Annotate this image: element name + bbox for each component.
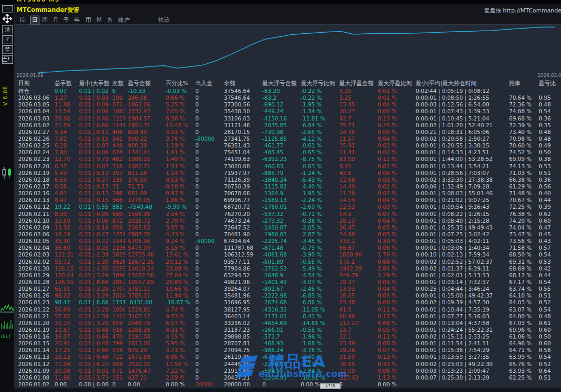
table-row[interactable]: 2026.01.2157.650.01 | 2.3914123167.129.5… — [16, 313, 561, 320]
column-header[interactable]: 盈亏金额 — [125, 79, 163, 88]
table-row[interactable]: 2026.02.275.340.01 | 0.11406828.403.03 %… — [16, 129, 561, 136]
column-header[interactable]: 百分比% — [163, 79, 193, 88]
clear-tool-icon[interactable]: 清 — [2, 25, 13, 34]
table-cell: -584.65 — [260, 368, 298, 374]
table-cell: 0.01 % — [375, 88, 413, 94]
candlestick-chart-icon[interactable] — [1, 167, 14, 179]
table-cell: 0 — [193, 170, 221, 177]
menu-item-4[interactable]: 月 — [52, 16, 59, 24]
mini-bars-icon[interactable] — [1, 332, 13, 339]
table-cell: 72.36 % — [506, 101, 536, 108]
minimize-button[interactable]: − — [2, 5, 13, 12]
table-row[interactable]: 2026.02.03122.310.01 | 2.39381912735.481… — [16, 251, 561, 258]
table-row[interactable]: 2026.02.170.580.01 | 0.133171.730.10 %07… — [16, 183, 561, 190]
menu-item-11[interactable]: 轨迹 — [158, 16, 170, 24]
table-row[interactable]: 持仓0.070.01 | 0.026-10.33-0.03 %037546.64… — [16, 88, 561, 94]
table-row[interactable]: 2026.02.2312.700.01 | 0.794821088.951.49… — [16, 156, 561, 163]
table-row[interactable]: 2026.01.1520.910.01 | 0.487991613.065.95… — [16, 340, 561, 347]
table-row[interactable]: 2026.01.2398.420.01 | 8.661151-6431.00-1… — [16, 299, 561, 306]
column-header[interactable]: 胜率 — [506, 79, 536, 88]
table-row[interactable]: 2026.01.29120.040.01 | 3.29309613472.562… — [16, 272, 561, 279]
column-header[interactable]: 最小|大手数 — [76, 79, 110, 88]
table-row[interactable]: 2026.02.118.300.01 | 0.056901596.962.14 … — [16, 211, 561, 218]
table-row[interactable]: 2026.03.061.270.01 | 0.03109246.080.66 %… — [16, 94, 561, 101]
table-row[interactable]: 2026.02.256.280.01 | 0.07449900.391.19 %… — [16, 142, 561, 149]
table-row[interactable]: 2026.01.020.000.00 | 0.0000.000.00 %2000… — [16, 381, 561, 388]
table-row[interactable]: 2026.02.138.470.01 | 0.155661276.051.86 … — [16, 197, 561, 204]
table-row[interactable]: 2026.02.247.800.01 | 0.066281341.411.81 … — [16, 149, 561, 156]
menu-item-6[interactable]: 年 — [74, 16, 81, 24]
table-cell: 11.88 — [52, 101, 76, 108]
table-row[interactable]: 2026.03.0511.880.01 | 0.098721862.065.25… — [16, 101, 561, 108]
table-cell: 57.65 — [52, 313, 76, 320]
menu-item-9[interactable]: 备 — [107, 16, 113, 24]
table-row[interactable]: 2026.01.1323.130.01 | 0.487221673.586.85… — [16, 354, 561, 360]
table-row[interactable]: 2026.01.2256.690.01 | 3.2910561724.814.7… — [16, 306, 561, 313]
table-cell: 799 — [110, 340, 125, 347]
column-header[interactable]: 最大浮亏比例 — [298, 79, 337, 88]
table-row[interactable]: 2026.02.267.820.01 | 0.15541990.323.76 %… — [16, 136, 561, 142]
menu-item-7[interactable]: 币 — [85, 16, 91, 24]
table-cell: -2204.93 — [260, 374, 298, 381]
table-row[interactable]: 2026.02.0293.720.01 | 2.39362615672.2520… — [16, 259, 561, 265]
table-row[interactable]: 2026.01.1417.250.01 | 0.66578975.293.73 … — [16, 347, 561, 354]
table-cell: 10.59 — [52, 218, 76, 224]
column-header[interactable]: 出入金 — [193, 79, 221, 88]
green-histogram-icon[interactable] — [1, 303, 14, 313]
table-row[interactable]: 2026.01.30156.150.01 | 4.55325514610.342… — [16, 265, 561, 272]
column-header[interactable]: 最大浮盈金额 — [337, 79, 375, 88]
menu-item-5[interactable]: 季 — [63, 16, 70, 24]
table-row[interactable]: 2026.01.2698.220.01 | 3.2920143785.0111.… — [16, 292, 561, 299]
table-row[interactable]: 2026.02.0436.600.01 | 0.2521965475.095.1… — [16, 245, 561, 251]
cascade-windows-icon[interactable] — [2, 55, 13, 64]
table-row[interactable]: 2026.01.1271.040.01 | 6.279582532.2011.5… — [16, 361, 561, 368]
table-cell: -2.05 % — [298, 224, 337, 231]
table-row[interactable]: 2026.01.1616.070.01 | 0.664701191.044.15… — [16, 333, 561, 340]
table-row[interactable]: 2026.03.0326.600.01 | 0.4612171984.576.3… — [16, 115, 561, 122]
table-cell: 151 — [110, 374, 125, 381]
table-cell: 0.01 | 8.66 — [76, 279, 110, 286]
column-header[interactable]: 总手数 — [52, 79, 76, 88]
menu-item-8[interactable]: M — [97, 16, 102, 23]
column-header[interactable]: 最大浮盈比例 — [375, 79, 413, 88]
table-row[interactable]: 2026.01.2765.910.01 | 3.2917073782.1110.… — [16, 286, 561, 292]
move-icon[interactable] — [3, 14, 12, 23]
table-row[interactable]: 2026.02.0618.190.01 | 0.2712592987.264.4… — [16, 231, 561, 238]
table-row[interactable]: 2026.01.2032.150.01 | 3.298192048.796.57… — [16, 320, 561, 327]
menu-item-2[interactable]: 日 — [31, 16, 39, 24]
table-row[interactable]: 2026.02.164.810.01 | 0.13298681.890.97 %… — [16, 190, 561, 197]
table-row[interactable]: 2026.03.0413.540.01 | 0.0610832332.477.0… — [16, 108, 561, 115]
table-row[interactable]: 2026.02.0913.320.01 | 0.189592165.623.07… — [16, 224, 561, 231]
table-cell: 1.76 % — [375, 251, 413, 258]
table-row[interactable]: 2026.01.0811.600.01 | 1.73151437.212.19 … — [16, 374, 561, 381]
table-cell: 0.06 % — [375, 170, 413, 177]
column-header[interactable]: 最大浮亏金额 — [260, 79, 298, 88]
column-header[interactable]: 盈亏比 — [536, 79, 561, 88]
menu-item-10[interactable]: 账户 — [118, 16, 130, 24]
green-waveform-icon[interactable] — [1, 319, 14, 329]
table-cell: 106312.59 — [221, 251, 260, 258]
column-header[interactable]: 次数 — [110, 79, 125, 88]
table-cell: 0:00:01 | 0:07:25 | 3:02:42 — [413, 231, 506, 238]
table-row[interactable]: 2026.01.1910.870.01 | 0.485161288.384.31… — [16, 327, 561, 333]
table-cell: 0.95 — [536, 94, 561, 101]
column-header[interactable]: 日期 — [16, 79, 52, 88]
table-cell: -2.60 % — [298, 204, 337, 210]
column-header[interactable]: 余额 — [221, 79, 260, 88]
table-row[interactable]: 2026.02.0533.900.01 | 0.2223415706.969.2… — [16, 238, 561, 245]
table-row[interactable]: 2026.01.28126.590.01 | 8.66285710557.892… — [16, 279, 561, 286]
table-row[interactable]: 2026.02.1010.590.01 | 0.058722025.722.79… — [16, 218, 561, 224]
table-row[interactable]: 2026.02.206.370.01 | 0.075181082.711.51 … — [16, 163, 561, 170]
table-cell: 1942.39 — [337, 265, 375, 272]
forbid-tool-icon[interactable]: 禁 — [2, 45, 13, 54]
menu-item-1[interactable]: 综 — [20, 16, 26, 24]
table-row[interactable]: 2026.01.0920.080.01 | 0.916711476.477.22… — [16, 368, 561, 374]
table-row[interactable]: 2026.02.1219.220.01 | 0.55883-7549.48-9.… — [16, 204, 561, 210]
help-tool-icon[interactable]: ? — [2, 35, 13, 44]
table-cell: 722 — [110, 354, 125, 360]
column-header[interactable]: 最小|平均|最大持仓时间 — [413, 79, 506, 88]
table-row[interactable]: 2026.02.186.590.01 | 0.27235376.000.53 %… — [16, 177, 561, 183]
table-row[interactable]: 2026.02.195.430.01 | 0.11397811.581.14 %… — [16, 170, 561, 177]
menu-item-3[interactable]: 周 — [42, 16, 48, 24]
table-row[interactable]: 2026.03.0221.890.01 | 0.6611412951.3110.… — [16, 122, 561, 129]
